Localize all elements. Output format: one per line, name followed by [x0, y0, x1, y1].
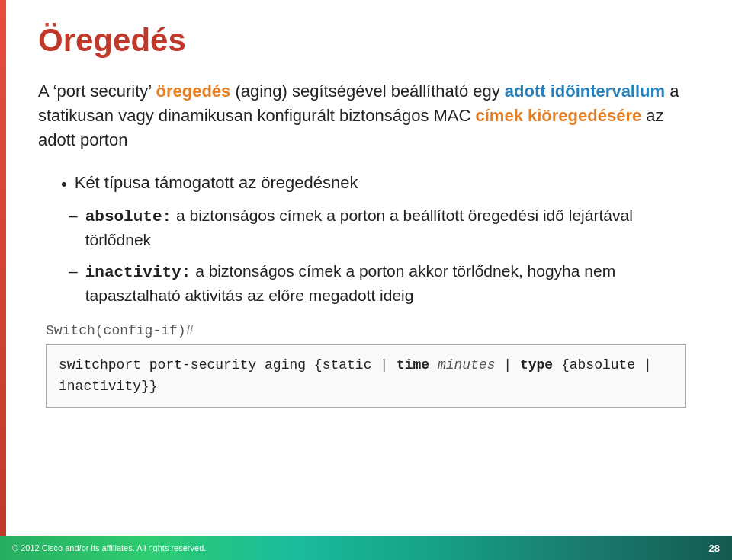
- bullet-section: • Két típusa támogatott az öregedésnek –…: [61, 171, 694, 308]
- footer-copyright: © 2012 Cisco and/or its affiliates. All …: [12, 543, 206, 552]
- code-line-1: switchport port-security aging {static |…: [59, 354, 673, 376]
- bullet-dot-1: •: [61, 172, 67, 197]
- code-normal-5: inactivity}}: [59, 379, 158, 394]
- left-border-bar: [0, 0, 6, 536]
- bullet-text-1: Két típusa támogatott az öregedésnek: [75, 171, 358, 195]
- code-bold-type: type: [520, 357, 553, 373]
- footer: © 2012 Cisco and/or its affiliates. All …: [0, 536, 732, 560]
- highlight-oregedés: öregedés: [156, 82, 230, 101]
- code-line-2: inactivity}}: [59, 376, 673, 398]
- highlight-cimek: címek kiöregedésére: [476, 106, 642, 125]
- sub-bullet-1: – absolute: a biztonságos címek a porton…: [69, 204, 694, 252]
- sub-bullet-text-2: inactivity: a biztonságos címek a porton…: [85, 260, 694, 308]
- code-normal-1: switchport port-security aging {static |: [59, 357, 396, 373]
- keyword-inactivity: inactivity:: [85, 264, 191, 281]
- main-content: Öregedés A ‘port security’ öregedés (agi…: [0, 0, 732, 423]
- footer-page-number: 28: [709, 542, 720, 554]
- dash-1: –: [69, 204, 78, 227]
- code-normal-3: |: [496, 357, 520, 373]
- code-bold-time: time: [396, 357, 429, 373]
- sub-bullet-section: – absolute: a biztonságos címek a porton…: [69, 204, 694, 308]
- sub-bullet-2: – inactivity: a biztonságos címek a port…: [69, 260, 694, 308]
- dash-2: –: [69, 260, 78, 283]
- highlight-adott: adott időintervallum: [505, 82, 665, 101]
- keyword-absolute: absolute:: [85, 208, 172, 226]
- prompt-line: Switch(config-if)#: [46, 323, 694, 338]
- bullet-item-1: • Két típusa támogatott az öregedésnek: [61, 171, 694, 197]
- code-normal-2: [429, 357, 438, 373]
- code-italic-minutes: minutes: [438, 357, 496, 373]
- intro-paragraph: A ‘port security’ öregedés (aging) segít…: [38, 79, 694, 152]
- code-normal-4: {absolute |: [553, 357, 652, 373]
- code-box: switchport port-security aging {static |…: [46, 344, 686, 408]
- sub-bullet-text-1: absolute: a biztonságos címek a porton a…: [85, 204, 694, 252]
- page-title: Öregedés: [38, 23, 694, 58]
